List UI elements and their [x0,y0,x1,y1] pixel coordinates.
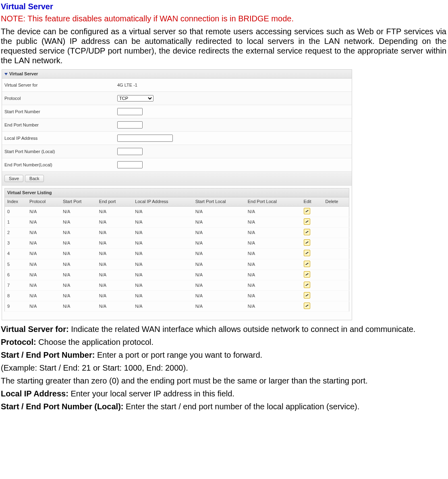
edit-cell [301,280,323,290]
col-header: Edit [301,197,323,206]
table-cell: N/A [133,238,193,249]
table-cell: N/A [27,291,60,301]
edit-icon[interactable] [304,261,310,267]
row-virtual-server-for: Virtual Server for 4G LTE -1 [2,79,352,92]
table-cell: 4 [5,249,27,259]
table-cell: N/A [245,280,301,290]
edit-cell [301,259,323,270]
table-cell: N/A [245,270,301,280]
value-virtual-server-for: 4G LTE -1 [117,83,137,88]
protocol-select[interactable]: TCP [117,95,153,102]
table-cell: N/A [60,206,97,217]
delete-cell [323,301,349,312]
edit-cell [301,217,323,227]
label-end-port-local: End Port Number(Local) [4,162,117,168]
table-cell: N/A [133,291,193,301]
table-cell: N/A [60,227,97,238]
row-protocol: Protocol TCP [2,92,352,105]
label-end-port: End Port Number [4,122,117,128]
desc-label: Protocol: [1,338,36,346]
table-cell: N/A [193,238,245,249]
table-cell: 2 [5,227,27,238]
edit-cell [301,206,323,217]
desc-label: Local IP Address: [1,389,68,398]
table-cell: N/A [97,270,133,280]
table-row: 6N/AN/AN/AN/AN/AN/A [5,270,349,280]
table-cell: N/A [193,206,245,217]
edit-icon[interactable] [304,239,310,246]
note-text: NOTE: This feature disables automaticall… [1,14,446,23]
local-ip-input[interactable] [117,135,173,142]
col-header: End Port Local [245,197,301,206]
panel-header-label: Virtual Server [9,71,38,77]
end-port-local-input[interactable] [117,161,143,168]
table-cell: N/A [193,249,245,259]
edit-icon[interactable] [304,303,310,309]
edit-icon[interactable] [304,229,310,235]
table-cell: N/A [193,291,245,301]
table-cell: N/A [193,280,245,290]
desc-text: Indicate the related WAN interface which… [69,325,416,334]
col-header: Protocol [27,197,60,206]
edit-icon[interactable] [304,250,310,256]
start-port-input[interactable] [117,108,143,115]
col-header: Index [5,197,27,206]
table-cell: 5 [5,259,27,270]
table-cell: 7 [5,280,27,290]
table-cell: N/A [193,217,245,227]
edit-icon[interactable] [304,292,310,299]
table-cell: N/A [60,301,97,312]
table-cell: N/A [27,238,60,249]
desc-rule: The starting greater than zero (0) and t… [1,376,446,386]
label-virtual-server-for: Virtual Server for [4,83,117,88]
edit-cell [301,249,323,259]
table-cell: N/A [133,259,193,270]
button-row: Save Back [2,172,352,186]
table-cell: N/A [133,280,193,290]
table-cell: N/A [245,238,301,249]
table-cell: 0 [5,206,27,217]
table-row: 9N/AN/AN/AN/AN/AN/A [5,301,349,312]
table-cell: N/A [97,217,133,227]
row-local-ip: Local IP Address [2,132,352,145]
table-cell: N/A [27,301,60,312]
table-cell: N/A [133,227,193,238]
panel-header[interactable]: Virtual Server [2,70,352,79]
delete-cell [323,259,349,270]
col-header: Start Port [60,197,97,206]
table-cell: N/A [245,259,301,270]
table-cell: N/A [245,301,301,312]
delete-cell [323,206,349,217]
table-row: 3N/AN/AN/AN/AN/AN/A [5,238,349,249]
edit-icon[interactable] [304,282,310,288]
col-header: End port [97,197,133,206]
desc-start-end-local: Start / End Port Number (Local): Enter t… [1,402,446,411]
table-cell: N/A [27,217,60,227]
row-start-port-local: Start Port Number (Local) [2,145,352,158]
start-port-local-input[interactable] [117,148,143,155]
end-port-input[interactable] [117,121,143,129]
save-button[interactable]: Save [4,175,23,182]
table-cell: N/A [97,249,133,259]
table-cell: N/A [27,249,60,259]
table-cell: N/A [60,217,97,227]
collapse-icon [4,73,8,75]
table-cell: N/A [60,291,97,301]
col-header: Delete [323,197,349,206]
listing-title: Virtual Server Listing [4,188,349,197]
edit-icon[interactable] [304,271,310,278]
desc-local-ip: Local IP Address: Enter your local serve… [1,389,446,398]
edit-icon[interactable] [304,218,310,225]
table-row: 2N/AN/AN/AN/AN/AN/A [5,227,349,238]
table-cell: N/A [245,217,301,227]
row-end-port: End Port Number [2,118,352,132]
col-header: Start Port Local [193,197,245,206]
desc-text: Enter a port or port range you want to f… [95,350,262,359]
row-start-port: Start Port Number [2,105,352,118]
table-cell: N/A [27,280,60,290]
table-cell: 1 [5,217,27,227]
table-cell: N/A [60,270,97,280]
edit-icon[interactable] [304,208,310,214]
delete-cell [323,238,349,249]
back-button[interactable]: Back [25,175,44,182]
